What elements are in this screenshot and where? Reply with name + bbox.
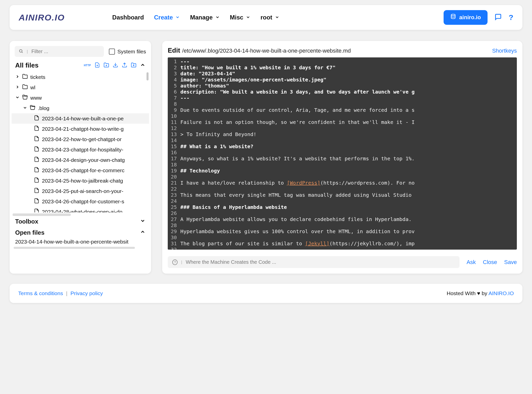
ask-button[interactable]: Ask — [467, 259, 476, 266]
nav-create[interactable]: Create — [154, 14, 180, 21]
tree-folder[interactable]: .blog — [12, 103, 149, 113]
upload-icon[interactable] — [122, 62, 127, 69]
main-row: | System files All files HTTP ticketsw — [10, 41, 522, 274]
brand-logo: AINIRO.IO — [19, 13, 65, 23]
file-icon — [34, 157, 39, 163]
nav-dashboard[interactable]: Dashboard — [112, 14, 144, 21]
tree-file[interactable]: 2023-04-14-how-we-built-a-one-pe — [12, 113, 149, 124]
code-line: Due to events outside of our control, Ar… — [180, 107, 415, 113]
tree-item-label: 2023-04-24-design-your-own-chatg — [42, 157, 125, 163]
nav-root-label: root — [260, 14, 272, 21]
code-line — [180, 247, 415, 250]
all-files-row: All files HTTP — [12, 57, 149, 71]
code-content[interactable]: ---title: "How we built a 1% website in … — [178, 57, 417, 250]
code-line: ### Basics of a Hyperlambda website — [180, 204, 415, 210]
code-line: description: "We built a website in 3 da… — [180, 89, 415, 95]
scrollbar-thumb[interactable] — [147, 72, 149, 80]
chevron-down-icon — [15, 95, 20, 101]
tree-item-label: 2023-04-25-how-to-jailbreak-chatg — [42, 178, 123, 184]
tree-item-label: 2023-04-25-chatgpt-for-e-commerc — [42, 167, 125, 173]
chevron-right-icon — [15, 74, 20, 80]
tree-file[interactable]: 2023-04-21-chatgpt-how-to-write-g — [12, 124, 149, 134]
code-line: image: "/assets/images/one-percent-websi… — [180, 77, 415, 83]
file-icon — [34, 167, 39, 174]
nav-manage-label: Manage — [190, 14, 212, 21]
folder-icon — [22, 74, 28, 80]
code-line — [180, 198, 415, 204]
chevron-down-icon — [215, 14, 220, 21]
code-editor[interactable]: 1 2 3 4 5 6 7 8 9 10 11 12 13 14 15 16 1… — [168, 57, 517, 250]
tree-file[interactable]: 2023-04-28-what-does-open-ai-do — [12, 207, 149, 212]
footer-divider: | — [66, 290, 67, 296]
filter-input[interactable] — [31, 49, 100, 54]
privacy-link[interactable]: Privacy policy — [70, 290, 103, 296]
code-line — [180, 125, 415, 131]
toolbox-panel[interactable]: Toolbox — [12, 216, 149, 227]
code-line: author: "thomas" — [180, 83, 415, 89]
download-icon[interactable] — [113, 62, 118, 69]
ainiro-button[interactable]: ainiro.io — [444, 10, 488, 25]
hosted-by: by — [480, 290, 489, 296]
top-right: ainiro.io ? — [444, 10, 513, 25]
chevron-down-icon — [23, 105, 27, 111]
prompt-box[interactable]: ? | — [168, 256, 460, 268]
tree-file[interactable]: 2023-04-25-how-to-jailbreak-chatg — [12, 176, 149, 186]
shortkeys-link[interactable]: Shortkeys — [492, 48, 517, 54]
tree-file[interactable]: 2023-04-26-chatgpt-for-customer-s — [12, 196, 149, 207]
edit-label: Edit — [168, 47, 180, 54]
new-file-icon[interactable] — [94, 62, 100, 69]
tree-file[interactable]: 2023-04-24-design-your-own-chatg — [12, 155, 149, 165]
tree-folder[interactable]: www — [12, 93, 149, 103]
nav-manage[interactable]: Manage — [190, 14, 220, 21]
checkbox-icon[interactable] — [109, 49, 115, 55]
tree-item-label: 2023-04-28-what-does-open-ai-do — [42, 209, 123, 213]
hosted-text: Hosted With ♥ by AINIRO.IO — [447, 290, 514, 296]
tree-file[interactable]: 2023-04-23-chatgpt-for-hospitality- — [12, 144, 149, 155]
system-files-label: System files — [117, 49, 146, 55]
chevron-up-icon[interactable] — [140, 62, 146, 69]
editor-header: Edit /etc/www/.blog/2023-04-14-how-we-bu… — [168, 47, 517, 54]
code-line — [180, 113, 415, 119]
ainiro-link[interactable]: AINIRO.IO — [489, 290, 514, 296]
prompt-row: ? | Ask Close Save — [168, 256, 517, 268]
code-line — [180, 162, 415, 168]
help-icon[interactable]: ? — [509, 13, 513, 22]
chat-icon[interactable] — [495, 13, 502, 21]
tree-item-label: 2023-04-21-chatgpt-how-to-write-g — [42, 126, 124, 132]
file-sidebar: | System files All files HTTP ticketsw — [10, 41, 151, 274]
folder-icon — [30, 105, 35, 112]
save-button[interactable]: Save — [504, 259, 517, 266]
nav-root[interactable]: root — [260, 14, 279, 21]
tree-file[interactable]: 2023-04-25-chatgpt-for-e-commerc — [12, 165, 149, 176]
code-line: --- — [180, 95, 415, 101]
horizontal-scrollbar[interactable] — [13, 213, 71, 216]
tree-folder[interactable]: wl — [12, 82, 149, 93]
nav-misc[interactable]: Misc — [230, 14, 250, 21]
new-folder-icon[interactable] — [104, 62, 109, 69]
tree-item-label: .blog — [38, 105, 50, 111]
prompt-input[interactable] — [186, 259, 455, 265]
upload-folder-icon[interactable] — [131, 62, 136, 69]
code-line: date: "2023-04-14" — [180, 71, 415, 77]
nav-misc-label: Misc — [230, 14, 243, 21]
file-path: /etc/www/.blog/2023-04-14-how-we-built-a… — [182, 48, 490, 54]
tree-file[interactable]: 2023-04-22-how-to-get-chatgpt-or — [12, 134, 149, 144]
filter-row: | System files — [12, 46, 149, 57]
http-badge[interactable]: HTTP — [84, 64, 91, 67]
svg-line-2 — [22, 52, 22, 53]
chevron-down-icon — [275, 14, 279, 21]
open-files-panel[interactable]: Open files — [12, 227, 149, 238]
tree-file[interactable]: 2023-04-25-put-ai-search-on-your- — [12, 186, 149, 196]
code-line: Anyways, so what is a 1% website? It's a… — [180, 156, 415, 162]
hosted-prefix: Hosted With — [447, 290, 477, 296]
filter-box[interactable]: | — [15, 46, 104, 57]
terms-link[interactable]: Terms & conditions — [18, 290, 63, 296]
close-button[interactable]: Close — [483, 259, 497, 266]
code-line — [180, 222, 415, 228]
open-file-item[interactable]: 2023-04-14-how-we-built-a-one-percente-w… — [12, 238, 149, 246]
tree-folder[interactable]: tickets — [12, 72, 149, 82]
system-files-toggle[interactable]: System files — [109, 49, 146, 55]
horizontal-scrollbar[interactable] — [14, 247, 135, 249]
tree-item-label: 2023-04-23-chatgpt-for-hospitality- — [42, 147, 123, 153]
toolbox-label: Toolbox — [15, 218, 38, 225]
